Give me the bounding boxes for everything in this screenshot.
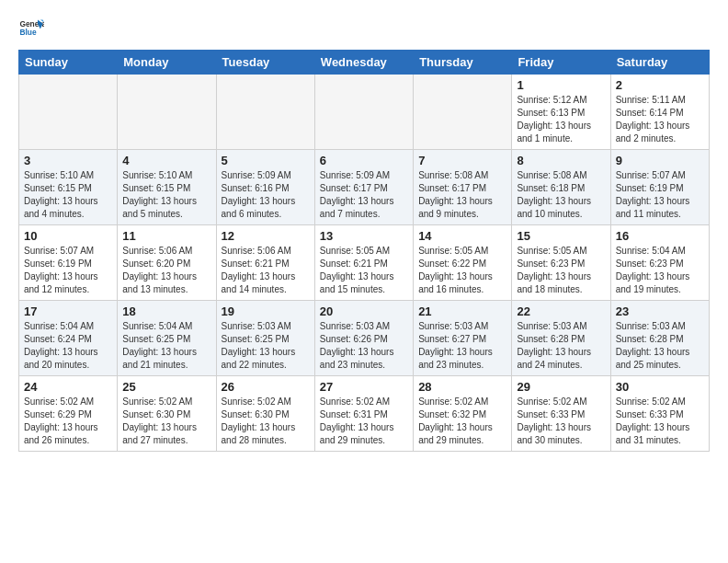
col-header-friday: Friday	[512, 51, 610, 75]
day-info: Sunrise: 5:08 AM Sunset: 6:18 PM Dayligh…	[517, 169, 605, 221]
day-number: 2	[616, 78, 704, 92]
calendar-cell: 11Sunrise: 5:06 AM Sunset: 6:20 PM Dayli…	[118, 225, 216, 301]
day-number: 4	[122, 154, 210, 167]
calendar-cell: 25Sunrise: 5:02 AM Sunset: 6:30 PM Dayli…	[118, 376, 216, 452]
calendar-cell: 5Sunrise: 5:09 AM Sunset: 6:16 PM Daylig…	[216, 150, 314, 225]
day-number: 5	[222, 154, 310, 167]
day-info: Sunrise: 5:02 AM Sunset: 6:33 PM Dayligh…	[616, 396, 704, 447]
col-header-thursday: Thursday	[414, 51, 512, 75]
day-number: 24	[24, 380, 112, 394]
calendar-week-4: 24Sunrise: 5:02 AM Sunset: 6:29 PM Dayli…	[19, 376, 710, 452]
calendar-cell: 24Sunrise: 5:02 AM Sunset: 6:29 PM Dayli…	[19, 376, 118, 452]
day-info: Sunrise: 5:02 AM Sunset: 6:30 PM Dayligh…	[122, 396, 210, 447]
calendar-cell: 22Sunrise: 5:03 AM Sunset: 6:28 PM Dayli…	[512, 301, 610, 376]
day-number: 20	[320, 304, 408, 318]
calendar-cell	[414, 75, 512, 150]
calendar-cell: 2Sunrise: 5:11 AM Sunset: 6:14 PM Daylig…	[610, 75, 709, 150]
calendar-cell: 19Sunrise: 5:03 AM Sunset: 6:25 PM Dayli…	[216, 301, 314, 376]
col-header-tuesday: Tuesday	[216, 51, 314, 75]
calendar-week-3: 17Sunrise: 5:04 AM Sunset: 6:24 PM Dayli…	[19, 301, 710, 376]
day-info: Sunrise: 5:05 AM Sunset: 6:21 PM Dayligh…	[320, 245, 408, 296]
day-info: Sunrise: 5:03 AM Sunset: 6:26 PM Dayligh…	[320, 320, 408, 372]
calendar-cell: 28Sunrise: 5:02 AM Sunset: 6:32 PM Dayli…	[414, 376, 512, 452]
day-number: 7	[418, 154, 506, 167]
calendar-cell: 20Sunrise: 5:03 AM Sunset: 6:26 PM Dayli…	[314, 301, 413, 376]
calendar-header-row: SundayMondayTuesdayWednesdayThursdayFrid…	[19, 51, 710, 75]
calendar-cell: 18Sunrise: 5:04 AM Sunset: 6:25 PM Dayli…	[118, 301, 216, 376]
day-number: 29	[517, 380, 605, 394]
day-info: Sunrise: 5:03 AM Sunset: 6:27 PM Dayligh…	[418, 320, 506, 372]
day-number: 8	[517, 154, 605, 167]
day-info: Sunrise: 5:02 AM Sunset: 6:31 PM Dayligh…	[320, 396, 408, 447]
day-info: Sunrise: 5:02 AM Sunset: 6:29 PM Dayligh…	[24, 396, 112, 447]
col-header-wednesday: Wednesday	[314, 51, 413, 75]
calendar-cell: 23Sunrise: 5:03 AM Sunset: 6:28 PM Dayli…	[610, 301, 709, 376]
calendar-week-1: 3Sunrise: 5:10 AM Sunset: 6:15 PM Daylig…	[19, 150, 710, 225]
calendar-cell: 27Sunrise: 5:02 AM Sunset: 6:31 PM Dayli…	[314, 376, 413, 452]
calendar-cell	[216, 75, 314, 150]
day-number: 1	[517, 78, 605, 92]
day-number: 6	[320, 154, 408, 167]
calendar-cell: 10Sunrise: 5:07 AM Sunset: 6:19 PM Dayli…	[19, 225, 118, 301]
day-info: Sunrise: 5:05 AM Sunset: 6:23 PM Dayligh…	[517, 245, 605, 296]
day-number: 12	[222, 229, 310, 243]
day-info: Sunrise: 5:09 AM Sunset: 6:17 PM Dayligh…	[320, 169, 408, 221]
calendar-cell: 4Sunrise: 5:10 AM Sunset: 6:15 PM Daylig…	[118, 150, 216, 225]
calendar-cell: 17Sunrise: 5:04 AM Sunset: 6:24 PM Dayli…	[19, 301, 118, 376]
day-number: 9	[616, 154, 704, 167]
calendar-cell: 7Sunrise: 5:08 AM Sunset: 6:17 PM Daylig…	[414, 150, 512, 225]
day-number: 17	[24, 304, 112, 318]
day-number: 27	[320, 380, 408, 394]
day-info: Sunrise: 5:02 AM Sunset: 6:33 PM Dayligh…	[517, 396, 605, 447]
day-info: Sunrise: 5:07 AM Sunset: 6:19 PM Dayligh…	[616, 169, 704, 221]
page-container: General Blue SundayMondayTuesdayWednesda…	[0, 0, 728, 461]
day-number: 15	[517, 229, 605, 243]
calendar-cell: 9Sunrise: 5:07 AM Sunset: 6:19 PM Daylig…	[610, 150, 709, 225]
day-number: 22	[517, 304, 605, 318]
day-number: 14	[418, 229, 506, 243]
calendar-cell	[118, 75, 216, 150]
day-info: Sunrise: 5:03 AM Sunset: 6:25 PM Dayligh…	[222, 320, 310, 372]
header: General Blue	[18, 15, 710, 40]
day-info: Sunrise: 5:12 AM Sunset: 6:13 PM Dayligh…	[517, 94, 605, 145]
day-number: 21	[418, 304, 506, 318]
day-info: Sunrise: 5:09 AM Sunset: 6:16 PM Dayligh…	[222, 169, 310, 221]
calendar-cell: 8Sunrise: 5:08 AM Sunset: 6:18 PM Daylig…	[512, 150, 610, 225]
logo: General Blue	[18, 15, 44, 40]
calendar-cell: 15Sunrise: 5:05 AM Sunset: 6:23 PM Dayli…	[512, 225, 610, 301]
calendar-cell: 13Sunrise: 5:05 AM Sunset: 6:21 PM Dayli…	[314, 225, 413, 301]
day-info: Sunrise: 5:02 AM Sunset: 6:32 PM Dayligh…	[418, 396, 506, 447]
calendar-cell: 6Sunrise: 5:09 AM Sunset: 6:17 PM Daylig…	[314, 150, 413, 225]
day-number: 16	[616, 229, 704, 243]
day-number: 10	[24, 229, 112, 243]
day-info: Sunrise: 5:04 AM Sunset: 6:25 PM Dayligh…	[122, 320, 210, 372]
logo-icon: General Blue	[18, 15, 44, 40]
day-info: Sunrise: 5:04 AM Sunset: 6:24 PM Dayligh…	[24, 320, 112, 372]
calendar-week-2: 10Sunrise: 5:07 AM Sunset: 6:19 PM Dayli…	[19, 225, 710, 301]
day-info: Sunrise: 5:08 AM Sunset: 6:17 PM Dayligh…	[418, 169, 506, 221]
day-number: 13	[320, 229, 408, 243]
calendar-cell	[314, 75, 413, 150]
day-info: Sunrise: 5:07 AM Sunset: 6:19 PM Dayligh…	[24, 245, 112, 296]
calendar-cell: 26Sunrise: 5:02 AM Sunset: 6:30 PM Dayli…	[216, 376, 314, 452]
day-info: Sunrise: 5:03 AM Sunset: 6:28 PM Dayligh…	[517, 320, 605, 372]
calendar-cell: 14Sunrise: 5:05 AM Sunset: 6:22 PM Dayli…	[414, 225, 512, 301]
day-info: Sunrise: 5:04 AM Sunset: 6:23 PM Dayligh…	[616, 245, 704, 296]
day-number: 28	[418, 380, 506, 394]
svg-text:Blue: Blue	[19, 28, 36, 37]
day-number: 23	[616, 304, 704, 318]
day-info: Sunrise: 5:03 AM Sunset: 6:28 PM Dayligh…	[616, 320, 704, 372]
day-info: Sunrise: 5:10 AM Sunset: 6:15 PM Dayligh…	[24, 169, 112, 221]
day-info: Sunrise: 5:10 AM Sunset: 6:15 PM Dayligh…	[122, 169, 210, 221]
col-header-sunday: Sunday	[19, 51, 118, 75]
day-info: Sunrise: 5:05 AM Sunset: 6:22 PM Dayligh…	[418, 245, 506, 296]
day-number: 18	[122, 304, 210, 318]
day-number: 26	[222, 380, 310, 394]
day-number: 19	[222, 304, 310, 318]
calendar-cell: 3Sunrise: 5:10 AM Sunset: 6:15 PM Daylig…	[19, 150, 118, 225]
calendar-week-0: 1Sunrise: 5:12 AM Sunset: 6:13 PM Daylig…	[19, 75, 710, 150]
day-info: Sunrise: 5:11 AM Sunset: 6:14 PM Dayligh…	[616, 94, 704, 145]
calendar-cell	[19, 75, 118, 150]
day-number: 25	[122, 380, 210, 394]
calendar-table: SundayMondayTuesdayWednesdayThursdayFrid…	[18, 50, 710, 452]
